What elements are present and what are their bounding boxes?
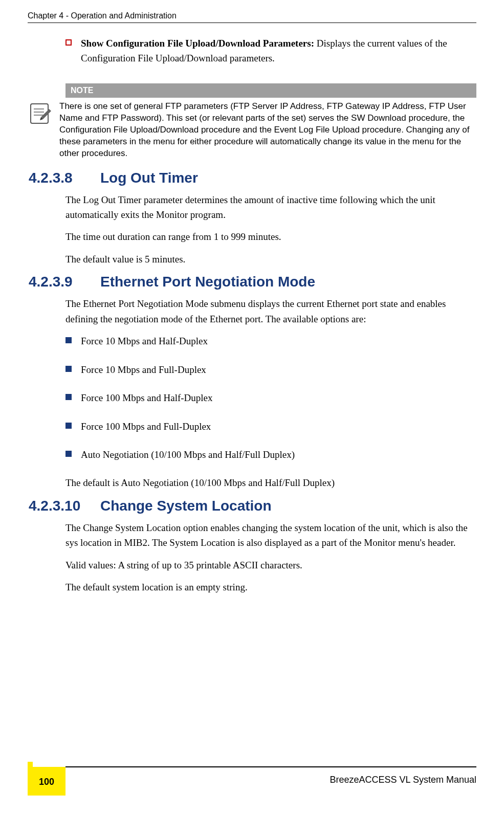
page-number-box: 100 (28, 767, 65, 796)
list-item-text: Force 100 Mbps and Full-Duplex (81, 419, 211, 434)
section-number: 4.2.3.9 (29, 274, 100, 290)
options-list: Force 10 Mbps and Half-Duplex Force 10 M… (65, 334, 476, 462)
list-item: Force 100 Mbps and Full-Duplex (65, 419, 476, 434)
body-paragraph: Valid values: A string of up to 35 print… (65, 558, 476, 572)
bullet-icon (65, 39, 72, 46)
list-item: Force 10 Mbps and Half-Duplex (65, 334, 476, 348)
note-block: NOTE There is one set of general FTP par… (65, 83, 476, 160)
list-item-text: Force 100 Mbps and Half-Duplex (81, 390, 213, 405)
footer-manual-title: BreezeACCESS VL System Manual (330, 775, 476, 785)
section-heading-change-location: 4.2.3.10 Change System Location (65, 498, 476, 514)
intro-bullet-text: Show Configuration File Upload/Download … (81, 36, 476, 66)
body-paragraph: The Ethernet Port Negotiation Mode subme… (65, 296, 476, 326)
section-number: 4.2.3.8 (29, 170, 100, 186)
list-item-text: Force 10 Mbps and Half-Duplex (81, 334, 208, 348)
list-item-text: Auto Negotiation (10/100 Mbps and Half/F… (81, 447, 295, 462)
section-number: 4.2.3.10 (29, 498, 100, 514)
note-label: NOTE (65, 83, 476, 98)
section-heading-logout-timer: 4.2.3.8 Log Out Timer (65, 170, 476, 186)
bullet-icon (65, 337, 72, 343)
section-title: Ethernet Port Negotiation Mode (100, 274, 315, 290)
body-paragraph: The default system location is an empty … (65, 580, 476, 594)
body-paragraph: The Change System Location option enable… (65, 520, 476, 550)
list-item: Force 100 Mbps and Half-Duplex (65, 390, 476, 405)
intro-bullet-title: Show Configuration File Upload/Download … (81, 38, 314, 49)
note-text: There is one set of general FTP paramete… (59, 98, 476, 160)
section-title: Log Out Timer (100, 170, 198, 186)
body-paragraph: The default value is 5 minutes. (65, 252, 476, 267)
footer-rule (65, 766, 476, 767)
section-heading-ethernet: 4.2.3.9 Ethernet Port Negotiation Mode (65, 274, 476, 290)
list-item: Force 10 Mbps and Full-Duplex (65, 362, 476, 377)
page-number: 100 (39, 777, 54, 787)
body-paragraph: The default is Auto Negotiation (10/100 … (65, 475, 476, 490)
body-paragraph: The time out duration can range from 1 t… (65, 229, 476, 244)
page-header: Chapter 4 - Operation and Administration (28, 11, 476, 20)
bullet-icon (65, 394, 72, 400)
list-item-text: Force 10 Mbps and Full-Duplex (81, 362, 206, 377)
bullet-icon (65, 366, 72, 372)
list-item: Auto Negotiation (10/100 Mbps and Half/F… (65, 447, 476, 462)
intro-bullet: Show Configuration File Upload/Download … (65, 36, 476, 66)
header-rule (28, 23, 476, 23)
note-pencil-icon (29, 101, 59, 127)
bullet-icon (65, 451, 72, 457)
section-title: Change System Location (100, 498, 272, 514)
body-paragraph: The Log Out Timer parameter determines t… (65, 192, 476, 223)
bullet-icon (65, 423, 72, 429)
